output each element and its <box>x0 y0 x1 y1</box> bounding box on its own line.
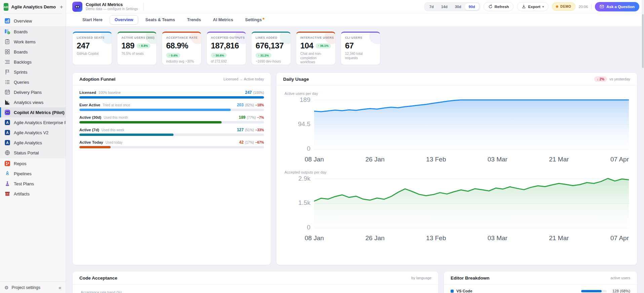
collapse-sidebar-icon[interactable]: « <box>59 285 61 290</box>
sidebar-item-sprints[interactable]: Sprints <box>0 67 66 77</box>
funnel-row-active-7d-: Active (7d)Used this week127(51%)−33% <box>79 127 264 136</box>
editor-breakdown-title: Editor Breakdown <box>451 276 490 281</box>
daily-usage-panel: Daily Usage ↓ 2% vs yesterday Active use… <box>276 72 637 265</box>
active-users-chart-section: Active users per day 18994.50 08 Jan26 J… <box>276 91 637 163</box>
sidebar-item-label: Boards <box>14 29 28 34</box>
kpi-subtext: GitHub Copilot <box>77 52 108 56</box>
sidebar-item-pipelines[interactable]: Pipelines <box>0 169 66 179</box>
funnel-bar-track <box>79 121 264 123</box>
sidebar-item-label: Sprints <box>14 70 27 75</box>
daily-usage-header: Daily Usage ↓ 2% vs yesterday <box>276 73 637 86</box>
x-tick: 21 Mar <box>549 234 569 242</box>
funnel-stage-desc: 100% baseline <box>99 91 121 95</box>
funnel-bar-fill <box>79 96 264 99</box>
backlogs-icon <box>4 59 10 65</box>
x-tick: 26 Jan <box>366 156 385 163</box>
refresh-icon <box>488 4 493 9</box>
sidebar-item-boards-hub[interactable]: Boards <box>0 27 66 37</box>
funnel-stage-label: Active (30d) <box>79 115 101 119</box>
sidebar-item-test-plans[interactable]: Test Plans <box>0 179 66 189</box>
sidebar-item-label: Status Portal <box>14 150 39 155</box>
tab-overview[interactable]: Overview <box>110 15 139 25</box>
sidebar-item-agile-analytics-enterprise-pilot[interactable]: Agile Analytics Enterprise Pilot <box>0 117 66 127</box>
kpi-value: 676,137 <box>256 42 283 50</box>
sidebar-item-agile-analytics[interactable]: Agile Analytics <box>0 138 66 148</box>
sidebar-item-repos[interactable]: Repos <box>0 158 66 169</box>
ask-a-question-button[interactable]: Ask a Question <box>595 2 639 11</box>
kpi-value: 67 <box>345 42 354 50</box>
funnel-stage-pct: (100%) <box>253 91 264 95</box>
sidebar-item-label: Analytics views <box>14 100 43 105</box>
accepted-outputs-chart-label: Accepted outputs per day <box>285 170 629 174</box>
time-range-7d[interactable]: 7d <box>426 3 438 10</box>
time-range-90d[interactable]: 90d <box>465 3 479 10</box>
page-subtitle: Demo data — configure in Settings <box>86 7 138 11</box>
sprints-icon <box>4 69 10 75</box>
kpi-delta-badge: ↑ 8.8% <box>137 43 151 48</box>
funnel-stage-label: Licensed <box>79 90 96 95</box>
time-range-30d[interactable]: 30d <box>451 3 465 10</box>
x-tick: 08 Jan <box>305 156 324 163</box>
funnel-bar-fill <box>79 109 231 111</box>
y-tick: 1.5k <box>298 199 310 207</box>
tab-seats-teams[interactable]: Seats & Teams <box>140 15 180 25</box>
demo-badge: DEMO <box>552 2 575 11</box>
y-tick: 0 <box>307 224 310 231</box>
code-acceptance-title: Code Acceptance <box>79 276 117 281</box>
funnel-stage-delta: −18% <box>255 103 264 107</box>
kpi-card-licensed-seats: LICENSED SEATS247GitHub Copilot <box>72 32 112 65</box>
status-portal-icon <box>4 150 10 156</box>
sidebar-item-status-portal[interactable]: Status Portal <box>0 148 66 158</box>
tab-trends[interactable]: Trends <box>182 15 206 25</box>
kpi-delta-badge: ↑ 31.2% <box>256 53 271 58</box>
time-range-14d[interactable]: 14d <box>438 3 451 10</box>
sidebar-section: ReposPipelinesTest PlansArtifacts <box>0 158 66 199</box>
refresh-button[interactable]: Refresh <box>484 2 514 11</box>
adoption-funnel-panel: Adoption Funnel Licensed → Active today … <box>72 72 271 265</box>
add-project-button[interactable]: + <box>59 4 64 10</box>
editor-breakdown-panel: Editor Breakdown active users VS Code128… <box>444 271 637 293</box>
sidebar-items: OverviewBoardsWork itemsBoardsBacklogsSp… <box>0 16 66 282</box>
test-plans-icon <box>4 181 10 187</box>
sidebar-item-backlogs[interactable]: Backlogs <box>0 57 66 67</box>
header-controls: 7d14d30d90d Refresh Export ▾ DEMO 20:06 <box>424 2 639 11</box>
funnel-bar-track <box>79 96 264 99</box>
adoption-funnel-header: Adoption Funnel Licensed → Active today <box>73 73 271 86</box>
funnel-stage-pct: (51%) <box>245 128 254 132</box>
funnel-stage-desc: Used this month <box>104 116 128 119</box>
sidebar-item-delivery-plans[interactable]: Delivery Plans <box>0 87 66 97</box>
analytics-views-icon <box>4 99 10 105</box>
org-name: Agile Analytics Demo <box>11 4 56 9</box>
sidebar-item-boards[interactable]: Boards <box>0 47 66 57</box>
tab-ai-metrics[interactable]: AI Metrics <box>208 15 238 25</box>
scrollbar-thumb[interactable] <box>642 14 644 68</box>
tab-settings[interactable]: Settings <box>240 15 269 25</box>
sidebar-item-agile-analytics-v2[interactable]: Agile Analytics V2 <box>0 127 66 138</box>
export-button[interactable]: Export ▾ <box>517 2 548 11</box>
kpi-card-lines-added: LINES ADDED676,137↑ 31.2%~1690 dev-hours… <box>251 32 291 65</box>
settings-alert-dot <box>263 18 264 20</box>
tab-start-here[interactable]: Start Here <box>77 15 108 25</box>
kpi-card-interactive-users: INTERACTIVE USERS104↑ 36.1%Chat and non-… <box>296 32 336 65</box>
sidebar-item-work-items[interactable]: Work items <box>0 37 66 47</box>
boards-hub-icon <box>4 29 10 35</box>
repos-icon <box>4 160 10 167</box>
sidebar-item-label: Agile Analytics Enterprise Pilot <box>14 120 66 125</box>
kpi-card-acceptance-rate: ACCEPTANCE RATE68.9%↑ 0.4%industry avg ~… <box>162 32 201 65</box>
copilot-ai-metrics-icon <box>4 109 10 115</box>
funnel-stage-value: 42 <box>239 140 243 145</box>
adoption-funnel-note: Licensed → Active today <box>224 77 264 81</box>
sidebar-footer[interactable]: ⚙ Project settings « <box>0 282 66 293</box>
funnel-stage-desc: Tried at least once <box>103 103 130 107</box>
x-tick: 08 Jan <box>305 234 324 242</box>
sidebar-item-artifacts[interactable]: Artifacts <box>0 189 66 199</box>
sidebar-item-copilot-ai-metrics[interactable]: Copilot AI Metrics (Pilot) <box>0 107 66 117</box>
demo-dot-icon <box>556 5 558 8</box>
funnel-stage-label: Active (7d) <box>79 128 99 132</box>
sidebar-item-overview[interactable]: Overview <box>0 16 66 26</box>
sidebar-item-analytics-views[interactable]: Analytics views <box>0 97 66 107</box>
clock: 20:06 <box>579 5 588 9</box>
y-tick: 0 <box>307 145 310 152</box>
sidebar-item-queries[interactable]: Queries <box>0 77 66 87</box>
funnel-row-licensed: Licensed100% baseline247(100%) <box>79 90 264 99</box>
